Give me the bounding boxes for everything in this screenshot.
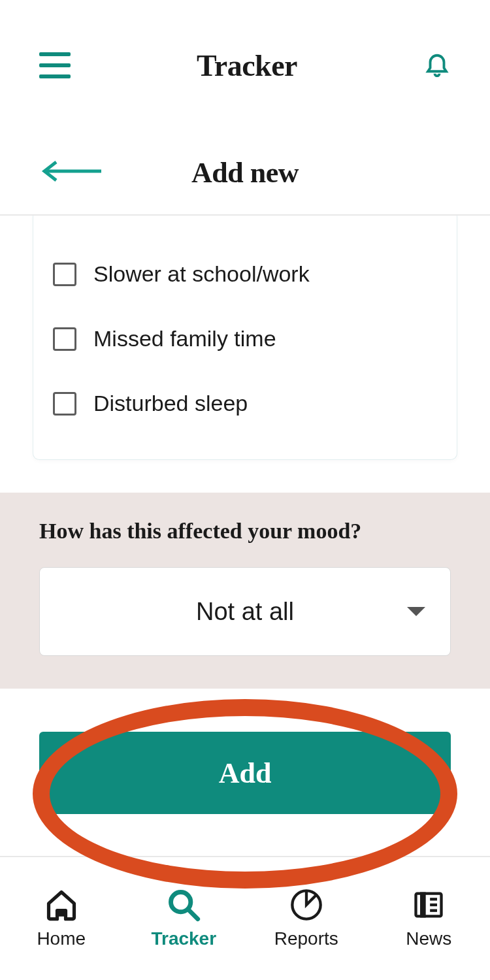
nav-label: Tracker	[151, 928, 216, 949]
arrow-left-icon	[39, 159, 105, 183]
menu-button[interactable]	[39, 52, 71, 78]
menu-icon-bar	[39, 63, 71, 67]
search-icon	[167, 888, 201, 922]
impact-checkbox-card: Slower at school/work Missed family time…	[33, 216, 457, 460]
svg-rect-1	[59, 911, 64, 915]
checkbox-row: Slower at school/work	[53, 242, 437, 306]
bottom-nav: Home Tracker Reports	[0, 856, 490, 980]
checkbox-row: Disturbed sleep	[53, 371, 437, 436]
newspaper-icon	[412, 888, 446, 922]
checkbox-label: Missed family time	[93, 326, 276, 351]
pie-chart-icon	[289, 888, 323, 922]
add-button[interactable]: Add	[39, 732, 451, 814]
mood-select-value: Not at all	[196, 598, 294, 626]
notifications-button[interactable]	[423, 50, 451, 81]
nav-label: Reports	[274, 928, 338, 949]
checkbox-label: Slower at school/work	[93, 261, 310, 287]
mood-select[interactable]: Not at all	[39, 567, 451, 656]
mood-section: How has this affected your mood? Not at …	[0, 493, 490, 689]
checkbox-row: Missed family time	[53, 306, 437, 371]
sub-header: Add new	[0, 131, 490, 216]
menu-icon-bar	[39, 74, 71, 78]
checkbox-slower-school-work[interactable]	[53, 263, 76, 286]
nav-label: Home	[37, 928, 86, 949]
svg-rect-5	[416, 894, 442, 917]
nav-tracker[interactable]: Tracker	[123, 857, 246, 980]
menu-icon-bar	[39, 52, 71, 56]
bell-icon	[423, 50, 451, 77]
nav-label: News	[406, 928, 451, 949]
svg-line-3	[189, 911, 198, 919]
nav-home[interactable]: Home	[0, 857, 123, 980]
home-icon	[44, 888, 78, 922]
checkbox-disturbed-sleep[interactable]	[53, 392, 76, 416]
back-button[interactable]	[39, 159, 105, 186]
checkbox-label: Disturbed sleep	[93, 391, 248, 416]
mood-question-label: How has this affected your mood?	[39, 519, 451, 544]
svg-rect-6	[420, 892, 426, 918]
checkbox-missed-family-time[interactable]	[53, 327, 76, 351]
page-title: Tracker	[197, 48, 297, 83]
nav-news[interactable]: News	[368, 857, 491, 980]
nav-reports[interactable]: Reports	[245, 857, 368, 980]
app-header: Tracker	[0, 0, 490, 131]
chevron-down-icon	[407, 607, 425, 616]
